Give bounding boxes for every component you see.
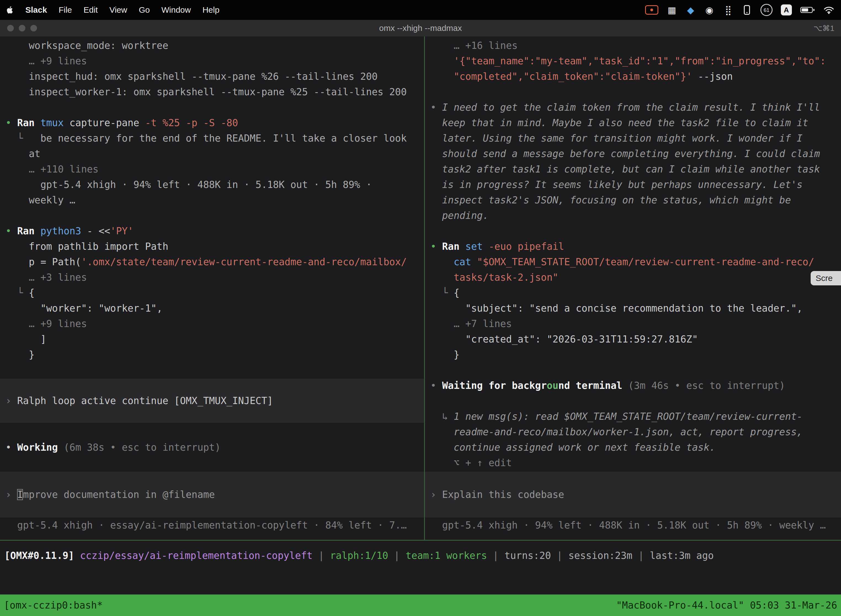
active-app-name[interactable]: Slack [25,5,47,15]
zoom-button[interactable] [30,25,37,31]
text-segment: "worker": "worker-1", [6,303,163,314]
screen-recording-indicator[interactable] [645,3,658,16]
text-segment: python3 [40,226,81,236]
window-titlebar: omx --xhigh --madmax ⌥⌘1 [0,20,841,37]
composer-input-right[interactable]: › Explain this codebase [425,472,841,518]
terminal-line: p = Path('.omx/state/team/review-current… [0,254,424,270]
text-segment: last:3m ago [650,550,714,561]
terminal-line [0,208,424,223]
menu-view[interactable]: View [109,5,127,15]
text-segment: set [465,241,483,252]
menu-bar: Slack File Edit View Go Window Help ▦ ◆ … [0,0,841,20]
tmux-pane-right[interactable]: … +16 lines '{"team_name":"my-team","tas… [425,37,841,540]
text-segment: | [551,550,568,561]
terminal-line [425,84,841,100]
text-segment: ou [547,380,558,391]
terminal-line: should send a message before completing … [425,146,841,161]
text-segment [431,257,454,267]
text-segment: • [431,241,442,252]
composer-placeholder-left: › Improve documentation in @filename [0,487,424,502]
text-segment: from pathlib import Path [6,241,168,252]
battery-percent-value: 61 [763,7,769,13]
dark-app-icon[interactable]: ◉ [704,3,715,16]
text-segment: '{"team_name":"my-team","task_id":"1","f… [431,56,826,66]
text-segment: ] [6,334,46,345]
menu-file[interactable]: File [59,5,72,15]
text-segment: └ [431,287,454,298]
blue-app-icon[interactable]: ◆ [686,3,696,16]
close-button[interactable] [7,25,14,31]
text-segment: capture-pane [64,117,145,128]
window-shortcut-hint: ⌥⌘1 [813,24,834,33]
text-segment: -t %25 -p -S -80 [145,117,238,128]
model-status-line-right: gpt-5.4 xhigh · 94% left · 488K in · 5.1… [425,518,841,533]
terminal-line: ⌥ + ↑ edit [425,455,841,471]
composer-input-left[interactable]: › Improve documentation in @filename [0,472,424,518]
terminal-line [0,100,424,115]
tmux-pane-left[interactable]: workspace_mode: worktree … +9 lines insp… [0,37,424,540]
dots-grid-icon[interactable]: ⣿ [723,3,733,16]
terminal-line: later. Using the same for transition mig… [425,131,841,146]
text-segment: … +110 lines [6,164,98,175]
text-segment: | [632,550,650,561]
text-segment: | [313,550,330,561]
text-segment: gpt-5.4 xhigh · 94% left · 488K in · 5.1… [6,179,372,190]
battery-gauge-icon[interactable]: 61 [760,4,772,16]
minimize-button[interactable] [19,25,25,31]
terminal-line: ] [0,331,424,347]
menu-window[interactable]: Window [161,5,191,15]
terminal-line: continue assigned work or next feasible … [425,440,841,455]
terminal-line: workspace_mode: worktree [0,38,424,53]
text-segment: inspect task2's JSON, focusing on the st… [431,195,791,205]
text-segment: { [29,287,35,298]
text-segment: "subject": "send a concise recommendatio… [431,303,803,314]
wifi-icon[interactable] [823,3,834,16]
terminal-line: gpt-5.4 xhigh · 94% left · 488K in · 5.1… [0,177,424,192]
menu-bar-left: Slack File Edit View Go Window Help [7,5,219,15]
text-segment [74,550,80,561]
text-segment: workspace_mode: worktree [6,40,168,51]
right-scrollback: … +16 lines '{"team_name":"my-team","tas… [425,38,841,471]
terminal-line: tasks/task-2.json" [425,270,841,285]
menu-help[interactable]: Help [202,5,220,15]
text-segment: --json [692,71,733,82]
menu-edit[interactable]: Edit [84,5,98,15]
left-scrollback: workspace_mode: worktree … +9 lines insp… [0,38,424,362]
text-segment: } [431,349,459,360]
text-segment: ↳ [431,411,454,422]
apple-menu[interactable] [7,6,14,14]
input-source-icon[interactable]: A [781,4,792,15]
terminal-line: • Waiting for background terminal (3m 46… [425,378,841,393]
grid-icon[interactable]: ▦ [667,3,677,16]
terminal-line: '{"team_name":"my-team","task_id":"1","f… [425,53,841,69]
window-title: omx --xhigh --madmax [379,23,462,33]
terminal-line: inspect_worker-1: omx sparkshell --tmux-… [0,84,424,100]
text-segment: • [6,226,17,236]
terminal-line: "worker": "worker-1", [0,301,424,316]
terminal-line [425,393,841,409]
text-segment: - << [81,226,110,236]
text-segment: should send a message before completing … [431,148,820,159]
macos-desktop: Slack File Edit View Go Window Help ▦ ◆ … [0,0,841,616]
text-segment: › [431,489,442,500]
ralph-status-band[interactable]: › Ralph loop active continue [OMX_TMUX_I… [0,378,424,423]
text-segment: ralph:1/10 [330,550,388,561]
menu-go[interactable]: Go [139,5,150,15]
text-segment: keep that in mind. Maybe I also need the… [431,117,809,128]
text-segment: p = Path( [6,257,81,267]
phone-icon[interactable] [742,3,752,16]
battery-icon[interactable] [800,3,815,16]
omx-hud-pane: [OMX#0.11.9] cczip/essay/ai-reimplementa… [0,541,841,563]
text-segment [35,226,40,236]
text-segment: team:1 workers [406,550,487,561]
text-segment: 'PY' [110,226,133,236]
text-segment: cat [454,257,471,267]
text-segment: Ran [17,117,35,128]
terminal-line: keep that in mind. Maybe I also need the… [425,115,841,131]
text-segment: continue assigned work or next feasible … [431,442,715,453]
text-segment: inspect_hud: omx sparkshell --tmux-pane … [6,71,378,82]
text-segment: } [6,349,35,360]
text-segment: Waiting for backgr [442,380,547,391]
text-segment: (3m 46s • esc to interrupt) [622,380,785,391]
terminal-line: readme-and-reco/mailbox/worker-1.json, a… [425,424,841,440]
